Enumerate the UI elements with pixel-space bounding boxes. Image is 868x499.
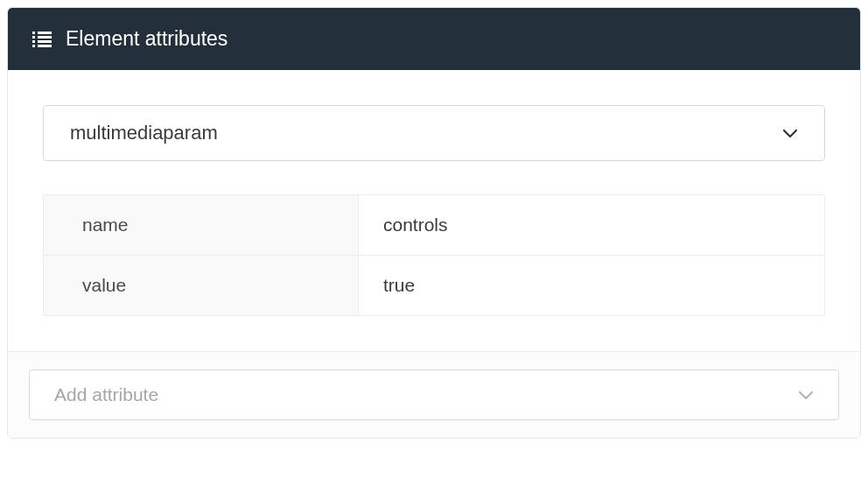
add-attribute-label: Add attribute <box>54 384 158 405</box>
selected-value: multimediaparam <box>70 122 218 144</box>
chevron-down-icon <box>798 390 814 400</box>
svg-rect-0 <box>32 32 35 34</box>
svg-rect-7 <box>38 45 52 47</box>
attribute-type-select[interactable]: multimediaparam <box>43 105 825 161</box>
element-attributes-panel: Element attributes multimediaparam name … <box>7 7 861 439</box>
panel-title: Element attributes <box>66 27 228 51</box>
panel-body: multimediaparam name controls value true <box>8 70 860 351</box>
svg-rect-3 <box>32 45 35 47</box>
svg-rect-2 <box>32 40 35 43</box>
attributes-table: name controls value true <box>43 194 825 316</box>
table-row: name controls <box>44 195 824 256</box>
attr-value: controls <box>359 195 824 255</box>
attr-value: true <box>359 256 824 315</box>
panel-header: Element attributes <box>8 8 860 70</box>
chevron-down-icon <box>782 129 798 138</box>
svg-rect-6 <box>38 40 52 43</box>
attr-label: name <box>44 195 359 255</box>
svg-rect-1 <box>32 36 35 39</box>
attr-label: value <box>44 256 359 315</box>
add-attribute-select[interactable]: Add attribute <box>29 369 839 420</box>
svg-rect-5 <box>38 36 52 39</box>
list-icon <box>32 32 52 47</box>
svg-rect-4 <box>38 32 52 34</box>
panel-footer: Add attribute <box>8 351 860 438</box>
table-row: value true <box>44 256 824 315</box>
